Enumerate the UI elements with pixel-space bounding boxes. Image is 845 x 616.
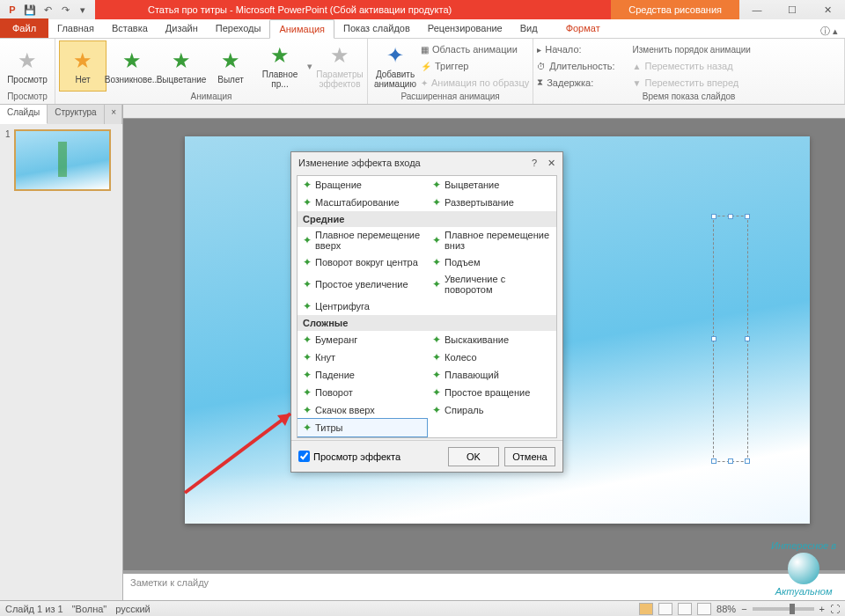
effect-icon: ✦: [303, 422, 312, 434]
effect-item[interactable]: ✦Плавающий: [427, 366, 556, 384]
reading-view-button[interactable]: [678, 603, 692, 615]
close-button[interactable]: ✕: [810, 0, 845, 19]
effect-icon: ✦: [303, 179, 312, 191]
tab-slideshow[interactable]: Показ слайдов: [334, 18, 419, 38]
tab-design[interactable]: Дизайн: [157, 18, 207, 38]
effect-item[interactable]: ✦Увеличение с поворотом: [427, 271, 556, 297]
undo-icon[interactable]: ↶: [40, 3, 55, 17]
file-tab[interactable]: Файл: [0, 18, 48, 38]
star-icon: ★: [330, 43, 349, 68]
save-icon[interactable]: 💾: [23, 3, 37, 17]
category-medium: Средние: [298, 211, 556, 227]
effect-icon: ✦: [432, 196, 441, 209]
effect-item[interactable]: ✦Падение: [298, 366, 427, 384]
normal-view-button[interactable]: [639, 603, 653, 615]
effect-icon: ✦: [432, 179, 441, 191]
slide-thumbnail[interactable]: [14, 129, 111, 191]
title-area: Статья про титры - Microsoft PowerPoint …: [95, 0, 739, 19]
ribbon-help-icon[interactable]: ⓘ ▴: [813, 25, 845, 38]
duration-field[interactable]: ⏱ Длительность:: [537, 58, 614, 74]
window-title: Статья про титры - Microsoft PowerPoint …: [95, 4, 452, 15]
effect-list[interactable]: ✦Вращение ✦Выцветание ✦Масштабирование ✦…: [297, 175, 557, 438]
effect-item[interactable]: ✦Плавное перемещение вверх: [298, 227, 427, 253]
anim-none[interactable]: ★ Нет: [59, 40, 107, 92]
redo-icon[interactable]: ↷: [58, 3, 72, 17]
anim-appear[interactable]: ★ Возникнове...: [108, 40, 156, 92]
effect-item[interactable]: ✦Подъем: [427, 253, 556, 271]
dialog-footer: Просмотр эффекта OK Отмена: [291, 440, 562, 472]
panel-close-icon[interactable]: ×: [106, 105, 122, 124]
zoom-out-icon[interactable]: −: [741, 604, 746, 614]
zoom-slider[interactable]: [753, 607, 814, 611]
thumb-item[interactable]: 1: [5, 129, 117, 191]
tab-transitions[interactable]: Переходы: [207, 18, 270, 38]
status-lang[interactable]: русский: [115, 604, 150, 614]
minimize-button[interactable]: —: [739, 0, 775, 19]
tab-view[interactable]: Вид: [511, 18, 547, 38]
maximize-button[interactable]: ☐: [775, 0, 810, 19]
slides-tab[interactable]: Слайды: [0, 105, 48, 124]
delay-field[interactable]: ⧗ Задержка:: [537, 75, 614, 91]
quick-access-toolbar: P 💾 ↶ ↷ ▾: [0, 3, 95, 17]
effect-item[interactable]: ✦Простое вращение: [427, 384, 556, 401]
effect-item[interactable]: ✦Выскакивание: [427, 331, 556, 348]
effect-item[interactable]: ✦Развертывание: [427, 194, 556, 211]
ribbon-tabs: Файл Главная Вставка Дизайн Переходы Ани…: [0, 19, 845, 39]
tab-home[interactable]: Главная: [48, 18, 103, 38]
add-animation-button[interactable]: ✦ Добавить анимацию: [371, 40, 419, 92]
tab-review[interactable]: Рецензирование: [419, 18, 511, 38]
status-theme: "Волна": [72, 604, 107, 614]
slideshow-view-button[interactable]: [697, 603, 711, 615]
effect-item[interactable]: ✦Центрифуга: [298, 297, 427, 315]
gallery-spinner[interactable]: ▾: [305, 61, 314, 72]
change-effect-dialog: Изменение эффекта входа ? ✕ ✦Вращение ✦В…: [290, 151, 563, 473]
slides-panel: Слайды Структура × 1: [0, 105, 123, 600]
effect-item[interactable]: ✦Плавное перемещение вниз: [427, 227, 556, 253]
start-field[interactable]: ▸ Начало:: [537, 41, 614, 57]
category-complex: Сложные: [298, 315, 556, 331]
effect-item[interactable]: ✦Кнут: [298, 348, 427, 366]
effect-item-selected[interactable]: ✦Титры: [298, 419, 427, 436]
ok-button[interactable]: OK: [448, 447, 499, 466]
tab-insert[interactable]: Вставка: [103, 18, 157, 38]
zoom-level[interactable]: 88%: [716, 604, 736, 614]
effect-icon: ✦: [303, 369, 312, 381]
effect-item[interactable]: ✦Бумеранг: [298, 331, 427, 348]
effect-item[interactable]: ✦Спираль: [427, 401, 556, 419]
anim-painter-button: ✦ Анимация по образцу: [421, 75, 529, 91]
qat-dropdown-icon[interactable]: ▾: [76, 3, 90, 17]
anim-float[interactable]: ★ Плавное пр...: [256, 40, 304, 92]
effect-icon: ✦: [303, 278, 312, 290]
effect-icon: ✦: [303, 234, 312, 246]
effect-item[interactable]: ✦Колесо: [427, 348, 556, 366]
effect-options-button: ★ Параметры эффектов: [316, 40, 364, 92]
effect-item[interactable]: ✦Масштабирование: [298, 194, 427, 211]
anim-flyin[interactable]: ★ Вылет: [207, 40, 254, 92]
tab-format[interactable]: Формат: [557, 18, 609, 38]
dialog-titlebar[interactable]: Изменение эффекта входа ? ✕: [291, 152, 562, 173]
animation-pane-button[interactable]: ▦ Область анимации: [421, 41, 529, 57]
effect-item[interactable]: ✦Простое увеличение: [298, 271, 427, 297]
sorter-view-button[interactable]: [658, 603, 672, 615]
anim-fade[interactable]: ★ Выцветание: [158, 40, 205, 92]
tab-animation[interactable]: Анимация: [269, 19, 334, 39]
effect-item[interactable]: ✦Поворот вокруг центра: [298, 253, 427, 271]
fit-window-icon[interactable]: ⛶: [830, 604, 840, 614]
selection-box[interactable]: [713, 216, 748, 462]
effect-item[interactable]: ✦Вращение: [298, 176, 427, 194]
effect-item[interactable]: ✦Выцветание: [427, 176, 556, 194]
zoom-in-icon[interactable]: +: [819, 604, 825, 614]
notes-pane[interactable]: Заметки к слайду: [123, 574, 845, 600]
effect-icon: ✦: [432, 404, 441, 416]
dialog-close-icon[interactable]: ✕: [547, 158, 555, 169]
preview-button[interactable]: ★ Просмотр: [4, 40, 51, 92]
preview-checkbox[interactable]: Просмотр эффекта: [298, 451, 443, 462]
trigger-button[interactable]: ⚡ Триггер: [421, 58, 529, 74]
outline-tab[interactable]: Структура: [48, 105, 104, 124]
cancel-button[interactable]: Отмена: [504, 447, 555, 466]
ribbon-group-animation: ★ Нет ★ Возникнове... ★ Выцветание ★ Выл…: [55, 39, 368, 104]
effect-item[interactable]: ✦Поворот: [298, 384, 427, 401]
thumbnails: 1: [0, 124, 122, 600]
dialog-help-icon[interactable]: ?: [532, 158, 537, 169]
effect-item[interactable]: ✦Скачок вверх: [298, 401, 427, 419]
